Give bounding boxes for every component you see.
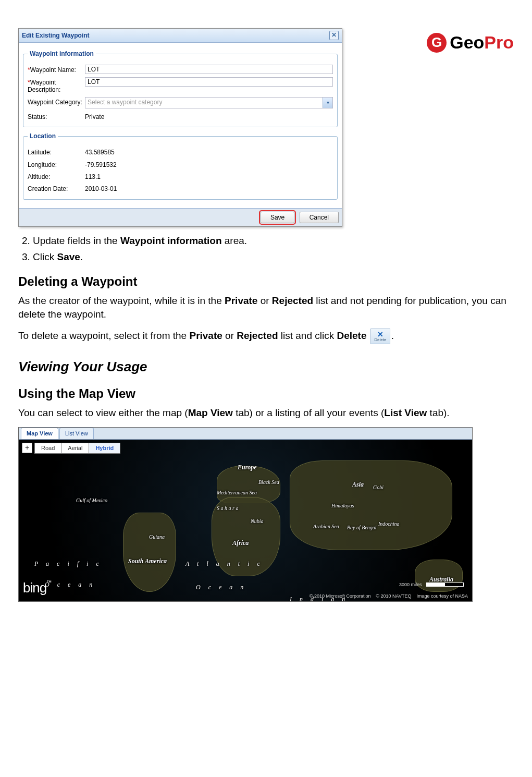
- waypoint-desc-input[interactable]: [85, 77, 333, 87]
- dialog-title: Edit Existing Waypoint: [22, 32, 90, 39]
- tab-map-view[interactable]: Map View: [21, 428, 58, 439]
- layer-road-button[interactable]: Road: [34, 443, 61, 454]
- step-3: Click Save.: [33, 250, 514, 264]
- bing-logo: bing™: [23, 579, 51, 597]
- close-icon[interactable]: ✕: [329, 31, 339, 40]
- map-label-pacific: P a c i f i c: [34, 560, 102, 568]
- delete-paragraph-1: As the creator of the waypoint, while it…: [18, 294, 514, 321]
- brand-mark: G: [427, 33, 447, 53]
- map-label-gulf-of-mexico: Gulf of Mexico: [76, 497, 107, 504]
- map-label-himalayas: Himalayas: [331, 502, 354, 509]
- brand-text-1: Geo: [450, 32, 484, 53]
- altitude-label: Altitude:: [28, 172, 85, 180]
- creation-date-label: Creation Date:: [28, 184, 85, 192]
- dialog-footer: Save Cancel: [19, 208, 342, 226]
- map-attribution: 3000 miles © 2010 Microsoft Corporation …: [310, 593, 468, 599]
- waypoint-info-legend: Waypoint information: [28, 50, 96, 57]
- longitude-label: Longitude:: [28, 160, 85, 168]
- delete-chip-label: Delete: [374, 338, 386, 342]
- waypoint-category-label: Waypoint Category:: [28, 97, 85, 106]
- heading-deleting-waypoint: Deleting a Waypoint: [18, 273, 514, 290]
- brand-logo: G GeoPro: [427, 32, 514, 53]
- cancel-button[interactable]: Cancel: [300, 212, 339, 223]
- zoom-in-icon[interactable]: +: [22, 443, 32, 453]
- edit-waypoint-dialog-screenshot: Edit Existing Waypoint ✕ Waypoint inform…: [18, 28, 514, 227]
- save-button[interactable]: Save: [261, 212, 294, 223]
- map-label-indochina: Indochina: [378, 520, 400, 528]
- attrib-ms: © 2010 Microsoft Corporation: [310, 593, 371, 599]
- map-label-ocean-1: O c e a n: [45, 580, 95, 589]
- longitude-value: -79.591532: [85, 160, 117, 168]
- map-label-sahara: S a h a r a: [217, 505, 238, 512]
- location-legend: Location: [28, 132, 58, 140]
- waypoint-desc-label: *Waypoint Description:: [28, 77, 85, 94]
- chevron-down-icon: ▾: [323, 98, 332, 108]
- map-label-asia: Asia: [352, 480, 364, 489]
- x-icon: ✕: [377, 331, 383, 338]
- map-label-gobi: Gobi: [373, 484, 383, 491]
- map-label-bay-of-bengal: Bay of Bengal: [347, 524, 377, 531]
- map-view-screenshot: Map View List View + Road Aerial Hybrid …: [18, 427, 473, 602]
- map-controls: + Road Aerial Hybrid: [22, 443, 120, 454]
- map-label-mediterranean: Mediterranean Sea: [217, 489, 257, 496]
- attrib-nasa: Image courtesy of NASA: [416, 593, 468, 599]
- latitude-label: Latitude:: [28, 147, 85, 156]
- map-label-africa: Africa: [232, 539, 249, 547]
- heading-viewing-usage: Viewing Your Usage: [18, 358, 514, 376]
- scale-text: 3000 miles: [399, 582, 422, 587]
- waypoint-name-label: *Waypoint Name:: [28, 65, 85, 74]
- map-tabs: Map View List View: [19, 428, 472, 440]
- landmass: [290, 460, 452, 550]
- altitude-value: 113.1: [85, 172, 101, 180]
- status-label: Status:: [28, 112, 85, 120]
- map-label-south-america: South America: [128, 557, 167, 565]
- waypoint-info-group: Waypoint information *Waypoint Name: *Wa…: [23, 50, 338, 127]
- layer-hybrid-button[interactable]: Hybrid: [89, 443, 120, 454]
- waypoint-category-placeholder: Select a waypoint category: [85, 98, 323, 108]
- landmass: [123, 513, 176, 592]
- brand-text-2: Pro: [484, 32, 514, 53]
- layer-aerial-button[interactable]: Aerial: [61, 443, 89, 454]
- latitude-value: 43.589585: [85, 147, 115, 156]
- step-2: Update fields in the Waypoint informatio…: [33, 234, 514, 248]
- creation-date-value: 2010-03-01: [85, 184, 117, 192]
- delete-toolbar-icon: ✕ Delete: [370, 329, 390, 344]
- status-value: Private: [85, 112, 104, 120]
- document-content: Update fields in the Waypoint informatio…: [18, 234, 514, 602]
- map-canvas[interactable]: + Road Aerial Hybrid Europe Asia Africa …: [19, 440, 472, 601]
- waypoint-name-input[interactable]: [85, 65, 333, 74]
- heading-using-map-view: Using the Map View: [18, 385, 514, 402]
- delete-paragraph-2: To delete a waypoint, select it from the…: [18, 329, 514, 344]
- location-group: Location Latitude: 43.589585 Longitude: …: [23, 132, 338, 200]
- waypoint-category-select[interactable]: Select a waypoint category ▾: [85, 97, 333, 108]
- map-label-atlantic: A t l a n t i c: [185, 560, 263, 568]
- tab-list-view[interactable]: List View: [59, 428, 94, 439]
- mapview-paragraph: You can select to view either the map (M…: [18, 406, 514, 420]
- map-label-black-sea: Black Sea: [258, 479, 279, 486]
- map-label-europe: Europe: [238, 463, 257, 471]
- scale-bar-icon: [426, 582, 464, 587]
- attrib-navteq: © 2010 NAVTEQ: [376, 593, 411, 599]
- map-label-arabian-sea: Arabian Sea: [313, 523, 339, 530]
- map-label-ocean-2: O c e a n: [196, 583, 246, 591]
- map-label-guiana: Guiana: [149, 533, 165, 541]
- dialog-titlebar: Edit Existing Waypoint ✕: [19, 29, 342, 43]
- map-label-nubia: Nubia: [251, 518, 263, 525]
